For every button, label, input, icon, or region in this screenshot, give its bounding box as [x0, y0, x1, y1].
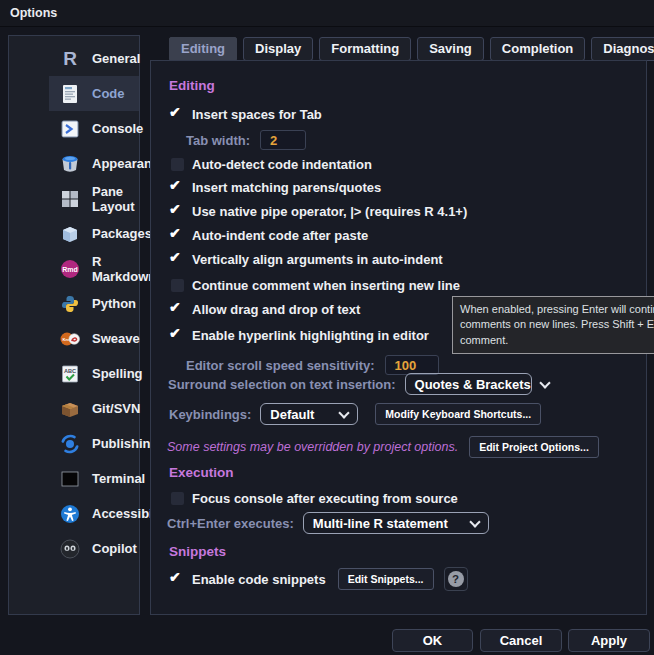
selected-option: Multi-line R statement [313, 516, 448, 531]
sidebar-item-label: Console [92, 121, 143, 136]
checkbox[interactable] [171, 279, 184, 292]
sidebar-item-accessibility[interactable]: Accessibility [49, 496, 139, 531]
sidebar-item-label: Spelling [92, 366, 143, 381]
checkbox[interactable] [171, 253, 184, 266]
sidebar-item-general[interactable]: R General [49, 41, 139, 76]
option-label: Continue comment when inserting new line [192, 278, 460, 293]
checkbox[interactable] [171, 181, 184, 194]
cancel-button[interactable]: Cancel [480, 629, 562, 652]
scroll-speed-row: Editor scroll speed sensitivity: 100 [186, 355, 439, 375]
tab-saving[interactable]: Saving [417, 37, 484, 61]
ok-button[interactable]: OK [392, 629, 473, 652]
option-auto-indent-paste[interactable]: Auto-indent code after paste [171, 227, 368, 244]
sidebar-item-appearance[interactable]: Appearance [49, 146, 139, 181]
help-icon-frame: ? [444, 567, 468, 591]
sidebar-item-copilot[interactable]: Copilot [49, 531, 139, 566]
surround-selection-row: Surround selection on text insertion: Qu… [168, 373, 532, 395]
paint-bucket-icon [59, 153, 81, 175]
sidebar-item-label: Sweave [92, 331, 140, 346]
option-label: Insert spaces for Tab [192, 107, 322, 122]
tab-width-input[interactable]: 2 [260, 130, 306, 150]
tab-completion[interactable]: Completion [490, 37, 586, 61]
sidebar-item-label: Copilot [92, 541, 137, 556]
sidebar-item-spelling[interactable]: ABC Spelling [49, 356, 139, 391]
ctrl-enter-label: Ctrl+Enter executes: [167, 516, 294, 531]
selected-option: Quotes & Brackets [415, 377, 531, 392]
checkbox[interactable] [171, 492, 184, 505]
checkbox[interactable] [171, 205, 184, 218]
option-label: Allow drag and drop of text [192, 302, 360, 317]
sidebar-item-label: Git/SVN [92, 401, 140, 416]
modify-keyboard-shortcuts-button[interactable]: Modify Keyboard Shortcuts... [375, 403, 541, 425]
rmarkdown-icon: Rmd [59, 258, 81, 280]
option-continue-comment[interactable]: Continue comment when inserting new line [171, 277, 460, 294]
sidebar-item-label: Python [92, 296, 136, 311]
option-label: Auto-indent code after paste [192, 228, 368, 243]
sidebar-item-label: General [92, 51, 140, 66]
edit-project-options-button[interactable]: Edit Project Options... [469, 436, 599, 458]
option-label: Vertically align arguments in auto-inden… [192, 252, 443, 267]
project-note-row: Some settings may be overridden by proje… [167, 437, 599, 457]
sweave-icon: Knw [59, 328, 81, 350]
option-matching-parens[interactable]: Insert matching parens/quotes [171, 179, 381, 196]
option-focus-console[interactable]: Focus console after executing from sourc… [171, 490, 458, 507]
continue-comment-tooltip: When enabled, pressing Enter will contin… [452, 296, 654, 354]
option-vertical-align-args[interactable]: Vertically align arguments in auto-inden… [171, 251, 443, 268]
r-logo-icon: R [59, 48, 81, 70]
git-svn-box-icon [59, 398, 81, 420]
enable-snippets-row: Enable code snippets Edit Snippets... ? [171, 567, 468, 591]
apply-button[interactable]: Apply [568, 629, 650, 652]
sidebar-item-r-markdown[interactable]: Rmd R Markdown [49, 251, 139, 286]
option-drag-drop-text[interactable]: Allow drag and drop of text [171, 301, 360, 318]
package-cube-icon [59, 223, 81, 245]
sidebar-item-python[interactable]: Python [49, 286, 139, 321]
option-hyperlink-highlighting[interactable]: Enable hyperlink highlighting in editor [171, 327, 429, 344]
ctrl-enter-select[interactable]: Multi-line R statement [303, 512, 489, 534]
surround-selection-label: Surround selection on text insertion: [168, 377, 396, 392]
sidebar-item-packages[interactable]: Packages [49, 216, 139, 251]
sidebar-item-terminal[interactable]: Terminal [49, 461, 139, 496]
terminal-icon [59, 468, 81, 490]
scroll-speed-input[interactable]: 100 [385, 355, 439, 375]
sidebar-item-console[interactable]: Console [49, 111, 139, 146]
sidebar-item-label: Code [92, 86, 125, 101]
sidebar-item-publishing[interactable]: Publishing [49, 426, 139, 461]
sidebar-item-pane-layout[interactable]: Pane Layout [49, 181, 139, 216]
sidebar-item-code[interactable]: Code [49, 76, 139, 111]
window-title: Options [10, 6, 57, 20]
checkbox[interactable] [171, 108, 184, 121]
copilot-icon [59, 538, 81, 560]
option-label: Insert matching parens/quotes [192, 180, 381, 195]
section-header-snippets: Snippets [169, 544, 226, 559]
checkbox[interactable] [171, 158, 184, 171]
option-label: Focus console after executing from sourc… [192, 491, 458, 506]
option-native-pipe[interactable]: Use native pipe operator, |> (requires R… [171, 203, 467, 220]
checkbox[interactable] [171, 329, 184, 342]
help-icon[interactable]: ? [448, 571, 464, 587]
option-insert-spaces-for-tab[interactable]: Insert spaces for Tab [171, 106, 322, 123]
tab-display[interactable]: Display [243, 37, 313, 61]
tab-editing[interactable]: Editing [169, 37, 237, 61]
spelling-icon: ABC [59, 363, 81, 385]
checkbox[interactable] [171, 573, 184, 586]
selected-option: Default [270, 407, 314, 422]
edit-snippets-button[interactable]: Edit Snippets... [338, 568, 434, 590]
tab-diagnostics[interactable]: Diagnostics [591, 37, 654, 61]
option-label: Enable code snippets [192, 572, 326, 587]
window-title-bar: Options [0, 0, 654, 27]
keybindings-select[interactable]: Default [260, 403, 358, 425]
tab-formatting[interactable]: Formatting [319, 37, 411, 61]
sidebar-item-sweave[interactable]: Knw Sweave [49, 321, 139, 356]
svg-text:Rmd: Rmd [62, 265, 78, 272]
tab-width-label: Tab width: [186, 133, 250, 148]
checkbox[interactable] [171, 229, 184, 242]
option-auto-detect-indentation[interactable]: Auto-detect code indentation [171, 156, 372, 173]
chevron-down-icon [469, 516, 480, 527]
keybindings-label: Keybindings: [169, 407, 251, 422]
python-icon [59, 293, 81, 315]
checkbox[interactable] [171, 303, 184, 316]
ctrl-enter-executes-row: Ctrl+Enter executes: Multi-line R statem… [167, 512, 489, 534]
sidebar-item-git-svn[interactable]: Git/SVN [49, 391, 139, 426]
surround-selection-select[interactable]: Quotes & Brackets [405, 373, 532, 395]
section-header-execution: Execution [169, 465, 234, 480]
